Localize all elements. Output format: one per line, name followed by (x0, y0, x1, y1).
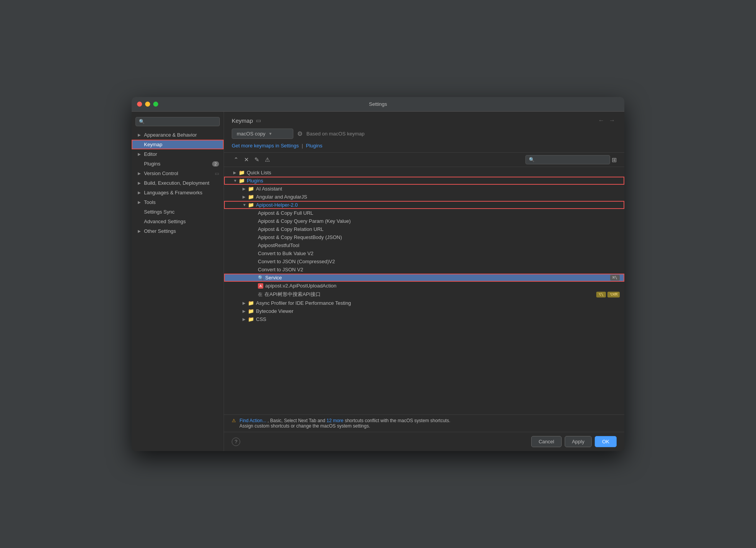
tree-label: AI Assistant (256, 186, 620, 192)
tree-label: Apipost & Copy Relation URL (258, 226, 620, 232)
tree-item-apipost-upload[interactable]: A apipost.v2.ApiPostUploadAction (224, 282, 624, 290)
traffic-lights (137, 102, 158, 107)
titlebar: Settings (132, 97, 624, 112)
sidebar-item-other-settings[interactable]: ▶ Other Settings (132, 226, 224, 236)
sidebar-item-editor[interactable]: ▶ Editor (132, 149, 224, 159)
nav-back-button[interactable]: ← (597, 116, 606, 125)
get-more-keymaps-link[interactable]: Get more keymaps in Settings (232, 143, 299, 149)
tree-item-quick-lists[interactable]: ▶ 📁 Quick Lists (224, 169, 624, 177)
sidebar-item-tools[interactable]: ▶ Tools (132, 197, 224, 207)
edit-button[interactable]: ✎ (253, 155, 261, 164)
footer-left: ? (232, 438, 240, 446)
cancel-button[interactable]: Cancel (531, 436, 561, 447)
tree-item-css[interactable]: ▶ 📁 CSS (224, 315, 624, 323)
keymap-name: macOS copy (237, 131, 265, 137)
chevron-down-icon: ▼ (268, 132, 272, 136)
search-icon: 🔍 (139, 119, 145, 124)
chevron-right-icon: ▶ (138, 200, 142, 204)
search-icon: 🔍 (258, 275, 264, 281)
tree-label: Apipost & Copy Full URL (258, 210, 620, 216)
minimize-button[interactable] (145, 102, 150, 107)
chevron-right-icon: ▶ (243, 187, 248, 191)
find-action-button[interactable]: ⊞ (612, 156, 617, 164)
tree-item-convert-json-compressed[interactable]: Convert to JSON (Compressed)V2 (224, 257, 624, 266)
tree-label: Apipost & Copy Query Param (Key Value) (258, 218, 620, 224)
help-button[interactable]: ? (232, 438, 240, 446)
tree-item-bytecode-viewer[interactable]: ▶ 📁 Bytecode Viewer (224, 307, 624, 315)
keymap-search-input[interactable] (525, 155, 610, 164)
folder-icon: 📁 (239, 178, 245, 184)
gear-icon[interactable]: ⚙ (297, 130, 303, 137)
tree-item-apipost-copy-query[interactable]: Apipost & Copy Query Param (Key Value) (224, 217, 624, 225)
tree-item-async-profiler[interactable]: ▶ 📁 Async Profiler for IDE Performance T… (224, 299, 624, 307)
sidebar-item-languages[interactable]: ▶ Languages & Frameworks (132, 188, 224, 197)
tree-item-ai-assistant[interactable]: ▶ 📁 AI Assistant (224, 185, 624, 193)
keymap-dropdown[interactable]: macOS copy ▼ (232, 129, 293, 139)
shortcut-group: ⌥\ ⌥⌘M (596, 292, 620, 297)
warning-text-5: Assign custom shortcuts or change the ma… (239, 423, 370, 429)
sidebar-item-appearance[interactable]: ▶ Appearance & Behavior (132, 130, 224, 140)
maximize-button[interactable] (153, 102, 158, 107)
tree-item-search-api[interactable]: 在 在API树形中搜索API接口 ⌥\ ⌥⌘M (224, 290, 624, 299)
tree-item-apipost-helper[interactable]: ▼ 📁 Apipost-Helper-2.0 (224, 201, 624, 209)
chinese-icon: 在 (258, 291, 263, 298)
sidebar-item-label: Editor (144, 151, 157, 157)
sidebar-item-keymap[interactable]: Keymap (132, 140, 224, 149)
tree-item-apipost-restful[interactable]: ApipostRestfulTool (224, 241, 624, 249)
toolbar: ⌃ ✕ ✎ ⚠ ⊞ (224, 153, 624, 167)
keymap-description: Based on macOS keymap (306, 131, 365, 137)
tree-item-apipost-copy-full[interactable]: Apipost & Copy Full URL (224, 209, 624, 217)
sidebar-item-version-control[interactable]: ▶ Version Control ▭ (132, 169, 224, 178)
tree-label: Async Profiler for IDE Performance Testi… (256, 300, 620, 306)
sidebar-item-label: Tools (144, 199, 156, 205)
tree-label: Angular and AngularJS (256, 194, 620, 200)
sidebar-item-build[interactable]: ▶ Build, Execution, Deployment (132, 178, 224, 188)
sort-down-button[interactable]: ✕ (242, 155, 251, 164)
tree-item-plugins[interactable]: ▼ 📁 Plugins (224, 177, 624, 185)
chevron-right-icon: ▶ (138, 171, 142, 175)
sidebar-item-label: Settings Sync (144, 209, 175, 215)
more-shortcuts-link[interactable]: 12 more (326, 418, 343, 423)
sidebar: 🔍 ▶ Appearance & Behavior Keymap ▶ Edito… (132, 112, 224, 451)
folder-icon: 📁 (248, 186, 254, 192)
chevron-down-icon: ▼ (243, 203, 248, 207)
tree-item-convert-json-v2[interactable]: Convert to JSON V2 (224, 266, 624, 274)
sidebar-search-input[interactable] (147, 119, 216, 124)
tree-item-apipost-copy-relation[interactable]: Apipost & Copy Relation URL (224, 225, 624, 233)
chevron-right-icon: ▶ (243, 195, 248, 199)
tree-item-angular[interactable]: ▶ 📁 Angular and AngularJS (224, 193, 624, 201)
tree-item-service[interactable]: 🔍 Service ⌘\ (224, 274, 624, 282)
nav-arrows: ← → (597, 116, 617, 125)
sort-up-button[interactable]: ⌃ (232, 155, 241, 164)
ok-button[interactable]: OK (595, 436, 617, 447)
sidebar-item-label: Plugins (144, 161, 161, 167)
keymap-icon: ▭ (256, 117, 261, 124)
sidebar-search-container[interactable]: 🔍 (135, 117, 220, 126)
tree-label: Apipost & Copy RequestBody (JSON) (258, 234, 620, 240)
chevron-right-icon: ▶ (138, 133, 142, 137)
warning-text-2: , Basic, Select Next Tab and (268, 418, 326, 423)
tree-label: ApipostRestfulTool (258, 242, 620, 248)
sidebar-item-settings-sync[interactable]: Settings Sync (132, 207, 224, 217)
sidebar-item-advanced-settings[interactable]: Advanced Settings (132, 217, 224, 226)
warning-button[interactable]: ⚠ (263, 155, 272, 164)
warning-bar: ⚠ Find Action... , Basic, Select Next Ta… (224, 414, 624, 432)
keymap-links: Get more keymaps in Settings | Plugins (232, 143, 617, 149)
folder-icon: 📁 (248, 202, 254, 208)
shortcut-alt-backslash: ⌥\ (596, 292, 606, 297)
tree-item-convert-bulk[interactable]: Convert to Bulk Value V2 (224, 249, 624, 257)
content-area: 🔍 ▶ Appearance & Behavior Keymap ▶ Edito… (132, 112, 624, 451)
plugins-link[interactable]: Plugins (306, 143, 323, 149)
tree-item-apipost-copy-requestbody[interactable]: Apipost & Copy RequestBody (JSON) (224, 233, 624, 241)
nav-forward-button[interactable]: → (607, 116, 617, 125)
sidebar-item-plugins[interactable]: Plugins 2 (132, 159, 224, 169)
sidebar-item-label: Appearance & Behavior (144, 132, 197, 138)
tree-label: Bytecode Viewer (256, 308, 620, 314)
find-action-link[interactable]: Find Action... (239, 418, 266, 423)
close-button[interactable] (137, 102, 142, 107)
warning-line-2: Assign custom shortcuts or change the ma… (232, 423, 617, 429)
main-panel: Keymap ▭ ← → macOS copy ▼ ⚙ Based on mac… (224, 112, 624, 451)
chevron-right-icon: ▶ (243, 317, 248, 321)
keymap-controls: macOS copy ▼ ⚙ Based on macOS keymap (232, 129, 617, 139)
apply-button[interactable]: Apply (565, 436, 592, 447)
